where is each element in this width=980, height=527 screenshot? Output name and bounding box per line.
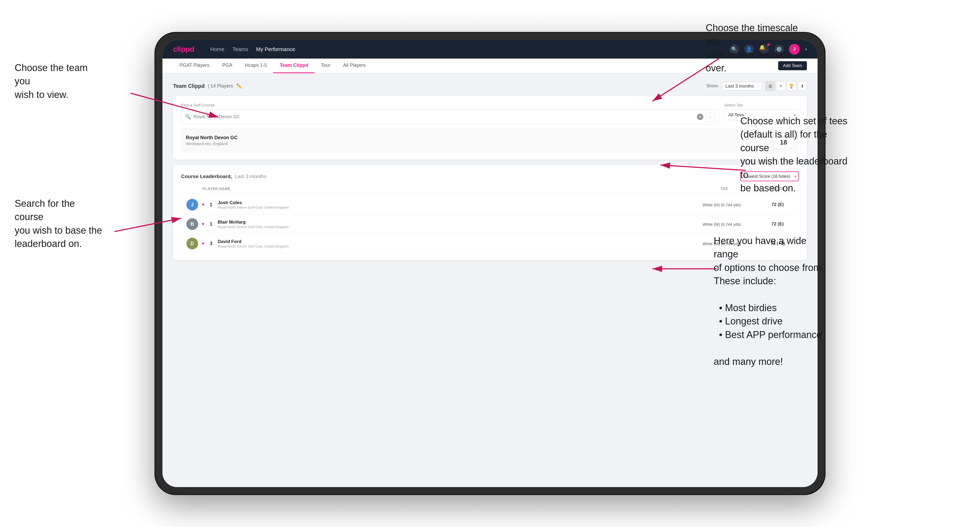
- show-label: Show:: [706, 83, 719, 89]
- player-name: David Ford: [218, 239, 682, 244]
- trophy-view-button[interactable]: 🏆: [787, 81, 796, 91]
- tab-all-players[interactable]: All Players: [337, 59, 372, 73]
- download-button[interactable]: ⬇: [797, 81, 807, 91]
- team-controls: Show: Last month Last 3 months Last 6 mo…: [706, 81, 807, 91]
- annotation-tee: Choose which set of tees(default is all)…: [740, 114, 852, 195]
- col-header-rank: [186, 187, 202, 191]
- col-header-player: PLAYER NAME: [202, 187, 687, 191]
- select-tee-label: Select Tee: [724, 103, 799, 107]
- player-club: Royal North Devon Golf Club, United King…: [218, 225, 682, 229]
- app-logo: clippd: [173, 45, 194, 54]
- search-input-icon: 🔍: [185, 114, 191, 120]
- player-score: 72 (E): [762, 221, 794, 227]
- clear-search-button[interactable]: ✕: [697, 114, 703, 120]
- player-score: 72 (E): [762, 202, 794, 207]
- course-name: Royal North Devon GC: [186, 135, 237, 141]
- player-avatar: J: [186, 199, 198, 211]
- annotation-options: Here you have a wide rangeof options to …: [714, 234, 831, 368]
- leaderboard-card: Course Leaderboard, Last 3 months Lowest…: [173, 165, 807, 260]
- team-header: Team Clippd | 14 Players ✏️ Show: Last m…: [173, 81, 807, 91]
- tab-tour[interactable]: Tour: [315, 59, 337, 73]
- search-input-wrap: 🔍 ✕ ☆: [181, 110, 719, 124]
- table-row: B ♥ 1 Blair McHarg Royal North Devon Gol…: [181, 214, 799, 234]
- show-period-dropdown[interactable]: Last month Last 3 months Last 6 months L…: [722, 82, 762, 90]
- player-tee: White (M) (6,744 yds): [684, 203, 759, 207]
- player-favorite-icon[interactable]: ♥: [202, 202, 205, 207]
- find-course-col: Find a Golf Course 🔍 ✕ ☆: [181, 103, 719, 124]
- tab-hcaps[interactable]: Hcaps 1-5: [239, 59, 273, 73]
- player-name: Josh Coles: [218, 200, 682, 205]
- player-rank: 1: [207, 202, 215, 208]
- table-row: J ♥ 1 Josh Coles Royal North Devon Golf …: [181, 195, 799, 214]
- player-avatar: D: [186, 238, 198, 249]
- show-period-dropdown-wrap: Last month Last 3 months Last 6 months L…: [722, 82, 762, 90]
- player-info: Josh Coles Royal North Devon Golf Club, …: [218, 200, 682, 210]
- nav-link-home[interactable]: Home: [210, 46, 224, 52]
- player-club: Royal North Devon Golf Club, United King…: [218, 205, 682, 210]
- view-icons: ⊞ ≡ 🏆 ⬇: [765, 81, 807, 91]
- leaderboard-title: Course Leaderboard, Last 3 months: [181, 173, 267, 179]
- player-rank: 1: [207, 221, 215, 227]
- table-header: PLAYER NAME TEE SCORE: [181, 187, 799, 194]
- table-row: D ♥ 3 David Ford Royal North Devon Golf …: [181, 234, 799, 253]
- nav-link-performance[interactable]: My Performance: [256, 46, 295, 52]
- player-club: Royal North Devon Golf Club, United King…: [218, 244, 682, 248]
- nav-link-teams[interactable]: Teams: [232, 46, 248, 52]
- annotation-top-right: Choose the timescale youwish to see the …: [706, 21, 812, 75]
- tab-team-clippd[interactable]: Team Clippd: [273, 59, 315, 73]
- course-search-input[interactable]: [194, 114, 694, 119]
- player-avatar: B: [186, 218, 198, 230]
- annotation-search: Search for the courseyou wish to base th…: [14, 197, 105, 251]
- leaderboard-period: Last 3 months: [235, 173, 266, 179]
- edit-team-icon[interactable]: ✏️: [236, 83, 242, 89]
- tab-pgat-players[interactable]: PGAT Players: [173, 59, 216, 73]
- course-result: Royal North Devon GC Westward Ho!, Engla…: [181, 128, 799, 153]
- team-player-count: | 14 Players: [208, 83, 233, 89]
- tab-pga[interactable]: PGA: [216, 59, 239, 73]
- player-rows: J ♥ 1 Josh Coles Royal North Devon Golf …: [181, 195, 799, 253]
- leaderboard-header: Course Leaderboard, Last 3 months Lowest…: [181, 171, 799, 181]
- player-info: David Ford Royal North Devon Golf Club, …: [218, 239, 682, 248]
- player-info: Blair McHarg Royal North Devon Golf Club…: [218, 220, 682, 229]
- player-tee: White (M) (6,744 yds): [684, 222, 759, 227]
- search-card: Find a Golf Course 🔍 ✕ ☆ Select Tee Al: [173, 96, 807, 159]
- course-location: Westward Ho!, England: [186, 141, 237, 146]
- player-table: PLAYER NAME TEE SCORE J ♥ 1 Josh Coles R…: [181, 187, 799, 253]
- annotation-top-left: Choose the team youwish to view.: [14, 61, 105, 102]
- team-title-group: Team Clippd | 14 Players ✏️: [173, 83, 242, 89]
- player-name: Blair McHarg: [218, 220, 682, 225]
- player-rank: 3: [207, 241, 215, 246]
- list-view-button[interactable]: ≡: [776, 81, 786, 91]
- player-favorite-icon[interactable]: ♥: [202, 241, 205, 246]
- team-name: Team Clippd: [173, 83, 205, 89]
- find-course-label: Find a Golf Course: [181, 103, 719, 107]
- player-favorite-icon[interactable]: ♥: [202, 222, 205, 227]
- nav-links: Home Teams My Performance: [210, 46, 719, 52]
- favorite-button[interactable]: ☆: [706, 112, 715, 121]
- grid-view-button[interactable]: ⊞: [765, 81, 775, 91]
- course-info: Royal North Devon GC Westward Ho!, Engla…: [186, 135, 237, 146]
- search-row: Find a Golf Course 🔍 ✕ ☆ Select Tee Al: [181, 103, 799, 124]
